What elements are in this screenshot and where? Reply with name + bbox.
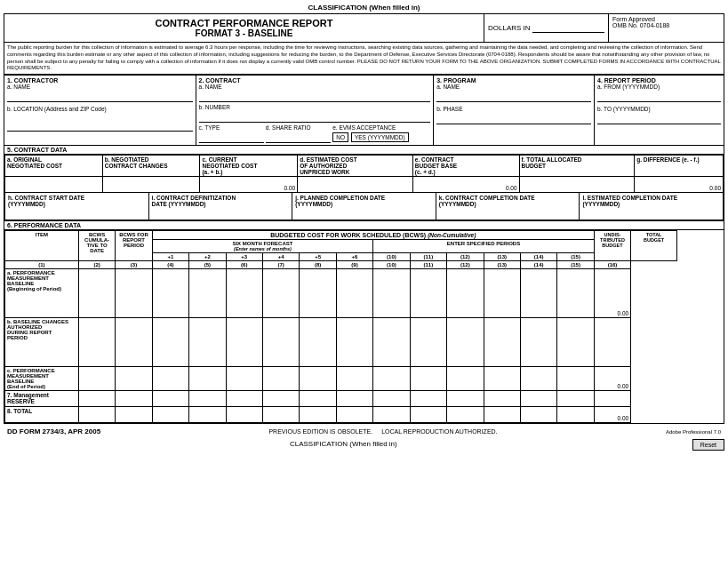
row-b-bcws-report[interactable] bbox=[116, 318, 152, 367]
row-b-p3[interactable] bbox=[226, 318, 262, 367]
row-c-total[interactable]: 0.00 bbox=[594, 367, 630, 391]
row-b-p4[interactable] bbox=[262, 318, 299, 367]
row-c-bcws-cum[interactable] bbox=[78, 367, 115, 391]
contract-type-field[interactable] bbox=[199, 132, 264, 143]
col-c-value[interactable]: 0.00 bbox=[200, 177, 298, 193]
row-c-s12[interactable] bbox=[447, 367, 484, 391]
row-b-p1[interactable] bbox=[152, 318, 188, 367]
col-d-value[interactable] bbox=[298, 177, 413, 193]
row-a-p5[interactable] bbox=[300, 269, 336, 318]
row-c-p5[interactable] bbox=[300, 367, 336, 391]
row-b-total[interactable] bbox=[594, 318, 630, 367]
contractor-name-field[interactable] bbox=[7, 92, 193, 102]
row-a-total[interactable]: 0.00 bbox=[594, 269, 630, 318]
row-a-s11[interactable] bbox=[410, 269, 446, 318]
to-field[interactable] bbox=[597, 114, 721, 124]
row-a-p3[interactable] bbox=[226, 269, 262, 318]
row-c-undis[interactable] bbox=[557, 367, 594, 391]
col-a-value[interactable] bbox=[5, 177, 103, 193]
total-undis[interactable] bbox=[557, 407, 594, 423]
mgmt-s14[interactable] bbox=[520, 391, 556, 407]
total-p4[interactable] bbox=[262, 407, 299, 423]
mgmt-p2[interactable] bbox=[189, 391, 226, 407]
contract-name-field[interactable] bbox=[199, 92, 431, 102]
mgmt-s13[interactable] bbox=[484, 391, 520, 407]
row-a-s13[interactable] bbox=[484, 269, 520, 318]
estimated-completion-value[interactable] bbox=[582, 207, 720, 218]
row-c-bcws-report[interactable] bbox=[116, 367, 152, 391]
row-c-p2[interactable] bbox=[189, 367, 226, 391]
mgmt-bcws-report[interactable] bbox=[116, 391, 152, 407]
total-s13[interactable] bbox=[484, 407, 520, 423]
row-b-p5[interactable] bbox=[300, 318, 336, 367]
total-bcws-report[interactable] bbox=[116, 407, 152, 423]
row-b-s11[interactable] bbox=[410, 318, 446, 367]
mgmt-p5[interactable] bbox=[300, 391, 336, 407]
row-b-s14[interactable] bbox=[520, 318, 556, 367]
mgmt-bcws-cum[interactable] bbox=[78, 391, 115, 407]
row-a-p6[interactable] bbox=[336, 269, 372, 318]
total-p1[interactable] bbox=[152, 407, 188, 423]
row-c-s10[interactable] bbox=[373, 367, 410, 391]
mgmt-p3[interactable] bbox=[226, 391, 262, 407]
col-b-value[interactable] bbox=[102, 177, 200, 193]
col-f-value[interactable] bbox=[519, 177, 635, 193]
planned-completion-value[interactable] bbox=[295, 207, 433, 218]
contract-definitization-value[interactable] bbox=[152, 207, 290, 218]
mgmt-p6[interactable] bbox=[336, 391, 372, 407]
row-b-s10[interactable] bbox=[373, 318, 410, 367]
total-p5[interactable] bbox=[300, 407, 336, 423]
row-a-p2[interactable] bbox=[189, 269, 226, 318]
mgmt-total[interactable] bbox=[594, 391, 630, 407]
row-b-undis[interactable] bbox=[557, 318, 594, 367]
total-s12[interactable] bbox=[447, 407, 484, 423]
row-a-s12[interactable] bbox=[447, 269, 484, 318]
row-c-p4[interactable] bbox=[262, 367, 299, 391]
row-a-undis[interactable] bbox=[557, 269, 594, 318]
row-c-s13[interactable] bbox=[484, 367, 520, 391]
mgmt-s10[interactable] bbox=[373, 391, 410, 407]
total-p2[interactable] bbox=[189, 407, 226, 423]
row-a-s14[interactable] bbox=[520, 269, 556, 318]
row-c-s11[interactable] bbox=[410, 367, 446, 391]
row-c-s14[interactable] bbox=[520, 367, 556, 391]
row-a-bcws-cum[interactable] bbox=[78, 269, 115, 318]
row-b-p2[interactable] bbox=[189, 318, 226, 367]
row-b-s13[interactable] bbox=[484, 318, 520, 367]
row-c-p3[interactable] bbox=[226, 367, 262, 391]
col-e-value[interactable]: 0.00 bbox=[412, 177, 519, 193]
total-bcws-cum[interactable] bbox=[78, 407, 115, 423]
contract-number-field[interactable] bbox=[199, 112, 431, 123]
mgmt-p4[interactable] bbox=[262, 391, 299, 407]
row-a-p4[interactable] bbox=[262, 269, 299, 318]
row-c-p1[interactable] bbox=[152, 367, 188, 391]
program-name-field[interactable] bbox=[436, 92, 591, 102]
contract-start-value[interactable] bbox=[8, 207, 146, 218]
mgmt-s12[interactable] bbox=[447, 391, 484, 407]
total-s11[interactable] bbox=[410, 407, 446, 423]
reset-button[interactable]: Reset bbox=[692, 439, 724, 451]
row-a-bcws-report[interactable] bbox=[116, 269, 152, 318]
mgmt-undis[interactable] bbox=[557, 391, 594, 407]
row-c-p6[interactable] bbox=[336, 367, 372, 391]
total-s10[interactable] bbox=[373, 407, 410, 423]
total-p3[interactable] bbox=[226, 407, 262, 423]
program-phase-field[interactable] bbox=[436, 114, 591, 124]
period-15: (15) bbox=[557, 253, 594, 261]
contract-completion-value[interactable] bbox=[439, 207, 577, 218]
total-s14[interactable] bbox=[520, 407, 556, 423]
col-g-value[interactable]: 0.00 bbox=[635, 177, 724, 193]
contractor-location-field[interactable] bbox=[7, 114, 193, 132]
from-field[interactable] bbox=[597, 92, 721, 102]
total-total[interactable]: 0.00 bbox=[594, 407, 630, 423]
row-a-s10[interactable] bbox=[373, 269, 410, 318]
contract-section: 2. CONTRACT a. NAME b. NUMBER c. TYPE d.… bbox=[196, 76, 435, 145]
row-b-bcws-cum[interactable] bbox=[78, 318, 115, 367]
row-a-p1[interactable] bbox=[152, 269, 188, 318]
mgmt-p1[interactable] bbox=[152, 391, 188, 407]
row-b-s12[interactable] bbox=[447, 318, 484, 367]
row-b-p6[interactable] bbox=[336, 318, 372, 367]
mgmt-s11[interactable] bbox=[410, 391, 446, 407]
share-ratio-field[interactable] bbox=[266, 132, 331, 143]
total-p6[interactable] bbox=[336, 407, 372, 423]
